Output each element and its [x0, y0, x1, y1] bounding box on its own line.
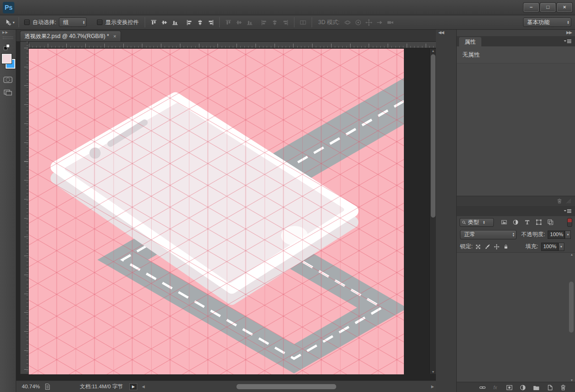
distribute-right-edges-button[interactable]: [280, 17, 291, 27]
iso-grid-overlay: [29, 49, 404, 374]
layers-scroll-thumb[interactable]: [569, 282, 574, 333]
new-adjustment-layer-button[interactable]: [519, 384, 527, 392]
layers-footer: [457, 382, 575, 392]
close-button[interactable]: ×: [557, 3, 572, 12]
align-right-edges-button[interactable]: [205, 17, 216, 27]
distribute-bottom-edges-button[interactable]: [244, 17, 255, 27]
vertical-scroll-thumb[interactable]: [431, 54, 435, 218]
auto-align-layers-button[interactable]: [298, 17, 308, 27]
foreground-color-swatch[interactable]: [2, 54, 12, 64]
current-tool-icon[interactable]: ▼: [5, 17, 15, 27]
stepper-icon: ▲▼: [567, 20, 569, 25]
lock-position-icon[interactable]: [492, 243, 500, 251]
filter-adjustment-layers-icon[interactable]: [511, 218, 520, 227]
show-transform-controls-checkbox[interactable]: [97, 19, 102, 25]
new-group-button[interactable]: [532, 384, 541, 392]
toolbar-collapse-icon[interactable]: ▶▶: [0, 30, 16, 36]
show-transform-controls-label: 显示变换控件: [105, 19, 139, 26]
blend-mode-row: 正常▲▼ 不透明度: 100% ▼: [457, 228, 575, 241]
blend-mode-select[interactable]: 正常▲▼: [460, 230, 517, 239]
filter-pixel-layers-icon[interactable]: [499, 218, 509, 227]
vertical-scrollbar[interactable]: ▲ ▼: [429, 49, 436, 374]
layer-style-button[interactable]: [492, 384, 500, 392]
resize-grip-icon[interactable]: [566, 199, 571, 204]
layers-scroll-up-icon[interactable]: ▲: [569, 253, 575, 256]
lock-image-pixels-icon[interactable]: [483, 243, 491, 251]
add-layer-mask-button[interactable]: [505, 384, 514, 392]
tab-properties[interactable]: 属性: [459, 37, 481, 46]
scroll-up-icon[interactable]: ▲: [430, 49, 436, 52]
default-colors-icon[interactable]: [3, 44, 13, 51]
vertical-ruler[interactable]: [20, 42, 29, 374]
auto-select-checkbox[interactable]: [24, 19, 30, 25]
layer-filter-toggle[interactable]: [567, 218, 572, 227]
auto-select-label: 自动选择:: [32, 19, 56, 26]
tool-bar: ▶▶: [0, 30, 16, 392]
opacity-value[interactable]: 100%: [548, 231, 565, 239]
layers-scrollbar[interactable]: ▲ ▼: [569, 253, 575, 382]
zoom-level-field[interactable]: 40.74%: [20, 383, 42, 390]
opacity-label: 不透明度:: [521, 231, 545, 238]
fill-dropdown-icon[interactable]: ▼: [558, 243, 564, 251]
align-left-edges-button[interactable]: [184, 17, 195, 27]
layer-filter-type-select[interactable]: 类型 ▲▼: [460, 218, 494, 227]
dock-collapse-icon[interactable]: ◀◀: [436, 30, 456, 36]
delete-layer-button[interactable]: [559, 384, 568, 392]
lock-transparent-pixels-icon[interactable]: [474, 243, 482, 251]
align-top-edges-button[interactable]: [148, 17, 159, 27]
align-bottom-edges-button[interactable]: [170, 17, 180, 27]
distribute-vertical-centers-button[interactable]: [234, 17, 244, 27]
layers-panel: 类型 ▲▼ 正常▲▼ 不透明度: 100% ▼ 锁定:: [457, 206, 575, 392]
layers-panel-menu-icon[interactable]: [563, 208, 573, 214]
opacity-dropdown-icon[interactable]: ▼: [565, 231, 571, 239]
align-vertical-centers-button[interactable]: [159, 17, 170, 27]
scroll-left-icon[interactable]: ◀: [142, 385, 145, 389]
document-area: 透视效果2.psd @ 40.7%(RGB/8) * ×: [16, 30, 436, 392]
toolbar-grip[interactable]: [3, 37, 13, 39]
distribute-top-edges-button[interactable]: [223, 17, 234, 27]
panel-dock-strip: ◀◀: [436, 30, 457, 392]
lock-all-icon[interactable]: [502, 243, 510, 251]
photoshop-window: Ps – □ × ▼ 自动选择: 组▲▼ 显示变换控件: [0, 0, 575, 392]
align-horizontal-centers-button[interactable]: [195, 17, 205, 27]
screen-mode-button[interactable]: [2, 88, 14, 96]
panel-column: ▶▶ 属性 无属性 类型 ▲▼: [457, 30, 575, 392]
document-close-icon[interactable]: ×: [113, 33, 116, 39]
filter-type-layers-icon[interactable]: [523, 218, 532, 227]
quick-mask-button[interactable]: [2, 76, 14, 84]
minimize-button[interactable]: –: [524, 3, 539, 12]
horizontal-scroll-thumb[interactable]: [236, 384, 336, 389]
layer-list: ▲ ▼: [457, 253, 575, 382]
maximize-button[interactable]: □: [540, 3, 556, 12]
stepper-icon: ▲▼: [83, 20, 85, 25]
delete-icon[interactable]: [556, 198, 562, 204]
3d-roll-icon[interactable]: [353, 17, 364, 27]
distribute-horizontal-centers-button[interactable]: [269, 17, 280, 27]
document-body: ▲ ▼: [16, 42, 436, 380]
auto-select-target-select[interactable]: 组▲▼: [59, 18, 87, 27]
canvas[interactable]: [29, 49, 404, 374]
3d-orbit-icon[interactable]: [342, 17, 353, 27]
filter-shape-layers-icon[interactable]: [534, 218, 543, 227]
scroll-right-icon[interactable]: ▶: [431, 385, 434, 389]
3d-camera-icon[interactable]: [385, 17, 396, 27]
fill-value[interactable]: 100%: [541, 243, 558, 251]
scroll-down-icon[interactable]: ▼: [430, 370, 436, 373]
stepper-icon: ▲▼: [483, 220, 485, 225]
distribute-left-edges-button[interactable]: [259, 17, 269, 27]
options-bar: ▼ 自动选择: 组▲▼ 显示变换控件 3D 模式:: [0, 15, 575, 30]
properties-footer: [457, 196, 575, 206]
link-layers-button[interactable]: [479, 384, 487, 392]
document-tab[interactable]: 透视效果2.psd @ 40.7%(RGB/8) * ×: [20, 31, 121, 41]
layers-scroll-down-icon[interactable]: ▼: [569, 379, 575, 382]
3d-pan-icon[interactable]: [364, 17, 374, 27]
filter-smart-objects-icon[interactable]: [546, 218, 555, 227]
panel-menu-icon[interactable]: [563, 39, 573, 45]
new-layer-button[interactable]: [546, 384, 554, 392]
panel-expand-icon[interactable]: ▶▶: [457, 30, 575, 36]
horizontal-ruler[interactable]: [22, 42, 436, 48]
workspace-select[interactable]: 基本功能▲▼: [523, 18, 571, 27]
status-menu-button[interactable]: ▶: [129, 383, 137, 390]
3d-slide-icon[interactable]: [374, 17, 385, 27]
tool-preset-arrow-icon: ▼: [12, 21, 15, 24]
